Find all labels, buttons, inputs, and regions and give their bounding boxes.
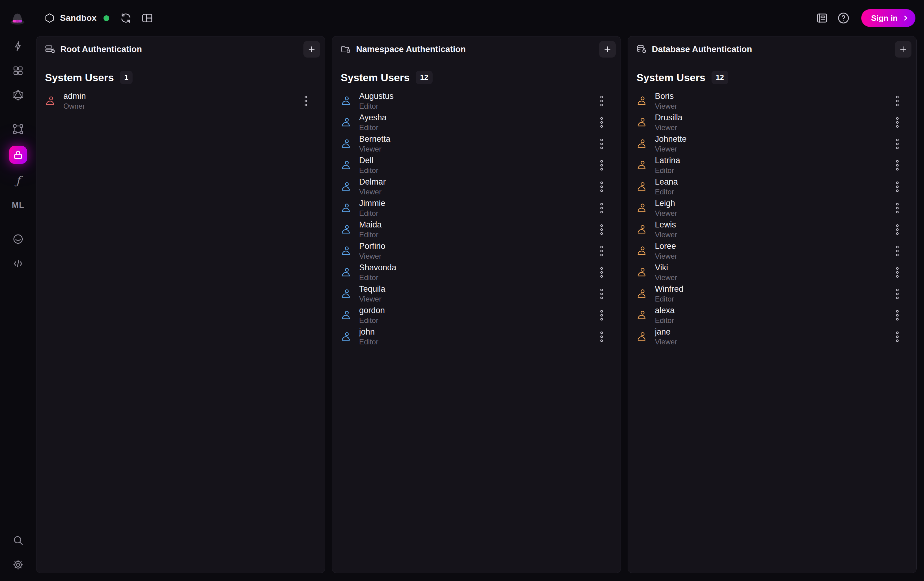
settings-button[interactable]: [10, 557, 26, 573]
sidebar-divider: [11, 222, 25, 222]
user-row[interactable]: Leana Editor: [635, 176, 908, 198]
row-menu-button[interactable]: [891, 135, 904, 152]
row-menu-button[interactable]: [891, 178, 904, 195]
user-row[interactable]: Jimmie Editor: [340, 198, 613, 219]
user-row[interactable]: Leigh Viewer: [635, 198, 908, 219]
user-icon: [635, 138, 648, 150]
user-row[interactable]: admin Owner: [44, 90, 317, 112]
authentication-view: Root Authentication System Users 1: [36, 36, 917, 573]
sidebar-item-api-docs[interactable]: [10, 256, 26, 271]
user-role: Viewer: [359, 145, 390, 154]
user-name: Drusilla: [655, 113, 682, 122]
row-menu-button[interactable]: [595, 307, 608, 324]
row-menu-button[interactable]: [595, 221, 608, 238]
user-row[interactable]: Shavonda Editor: [340, 262, 613, 283]
row-menu-button[interactable]: [595, 135, 608, 152]
connection-name: Sandbox: [60, 13, 97, 23]
section-heading: System Users 12: [341, 71, 613, 84]
user-row[interactable]: jane Viewer: [635, 326, 908, 347]
user-row[interactable]: john Editor: [340, 326, 613, 347]
user-row[interactable]: Porfirio Viewer: [340, 240, 613, 262]
user-row[interactable]: Tequila Viewer: [340, 283, 613, 305]
sidebar-item-designer[interactable]: [10, 122, 26, 137]
add-root-user-button[interactable]: [304, 41, 320, 58]
user-text: Augustus Editor: [359, 92, 394, 111]
user-role: Viewer: [655, 209, 677, 218]
user-name: alexa: [655, 306, 675, 315]
user-row[interactable]: alexa Editor: [635, 305, 908, 326]
search-button[interactable]: [10, 533, 26, 548]
row-menu-button[interactable]: [891, 264, 904, 281]
row-menu-button[interactable]: [891, 92, 904, 110]
help-button[interactable]: [835, 10, 851, 26]
panel-header: Database Authentication: [628, 36, 916, 62]
row-menu-button[interactable]: [595, 200, 608, 217]
user-role: Editor: [359, 102, 394, 111]
user-list: Augustus Editor: [340, 90, 613, 347]
sidebar-item-query[interactable]: [10, 39, 26, 54]
row-menu-button[interactable]: [891, 307, 904, 324]
user-row[interactable]: Augustus Editor: [340, 90, 613, 112]
user-row[interactable]: Johnette Viewer: [635, 133, 908, 155]
row-menu-button[interactable]: [891, 221, 904, 238]
sidebar-item-functions[interactable]: ƒ: [10, 173, 26, 188]
layout-toggle-button[interactable]: [139, 10, 155, 26]
user-row[interactable]: Viki Viewer: [635, 262, 908, 283]
row-menu-button[interactable]: [891, 200, 904, 217]
row-menu-button[interactable]: [891, 114, 904, 131]
user-row[interactable]: Maida Editor: [340, 219, 613, 240]
user-name: Ayesha: [359, 113, 387, 122]
user-row[interactable]: Drusilla Viewer: [635, 112, 908, 133]
refresh-button[interactable]: [118, 10, 134, 26]
user-icon: [340, 181, 352, 193]
row-menu-button[interactable]: [299, 92, 313, 110]
user-row[interactable]: Winfred Editor: [635, 283, 908, 305]
row-menu-button[interactable]: [595, 328, 608, 345]
panel-body: System Users 12: [628, 62, 916, 353]
user-row[interactable]: Dell Editor: [340, 155, 613, 176]
server-lock-icon: [45, 44, 55, 55]
sidebar-item-graphql[interactable]: [10, 87, 26, 103]
sidebar-item-explorer[interactable]: [10, 63, 26, 78]
sign-in-button[interactable]: Sign in: [861, 9, 916, 27]
row-menu-button[interactable]: [595, 243, 608, 259]
row-menu-button[interactable]: [891, 285, 904, 302]
user-text: Drusilla Viewer: [655, 113, 682, 132]
row-menu-button[interactable]: [891, 243, 904, 259]
row-menu-button[interactable]: [595, 264, 608, 281]
user-row[interactable]: Latrina Editor: [635, 155, 908, 176]
connection-selector[interactable]: Sandbox: [44, 13, 109, 23]
user-row[interactable]: Bernetta Viewer: [340, 133, 613, 155]
help-icon: [837, 11, 851, 25]
user-name: Winfred: [655, 284, 683, 294]
row-menu-button[interactable]: [891, 328, 904, 345]
row-menu-button[interactable]: [595, 285, 608, 302]
user-row[interactable]: Lewis Viewer: [635, 219, 908, 240]
user-role: Editor: [359, 338, 378, 347]
sidebar-item-models[interactable]: ML: [10, 198, 26, 213]
news-button[interactable]: [814, 10, 830, 26]
user-row[interactable]: gordon Editor: [340, 305, 613, 326]
surrealist-logo[interactable]: [8, 9, 26, 27]
user-row[interactable]: Ayesha Editor: [340, 112, 613, 133]
add-namespace-user-button[interactable]: [599, 41, 616, 58]
user-icon: [635, 245, 648, 257]
user-row[interactable]: Loree Viewer: [635, 240, 908, 262]
row-menu-button[interactable]: [595, 178, 608, 195]
row-menu-button[interactable]: [891, 157, 904, 174]
sidebar-item-authentication[interactable]: [9, 146, 27, 164]
row-menu-button[interactable]: [595, 114, 608, 131]
functions-icon: ƒ: [16, 175, 20, 186]
user-row[interactable]: Delmar Viewer: [340, 176, 613, 198]
user-icon: [635, 288, 648, 300]
sidebar-item-sidekick[interactable]: [10, 231, 26, 247]
user-text: alexa Editor: [655, 306, 675, 325]
add-database-user-button[interactable]: [895, 41, 911, 58]
user-icon: [635, 117, 648, 128]
user-role: Viewer: [655, 123, 682, 132]
user-name: Porfirio: [359, 241, 386, 251]
row-menu-button[interactable]: [595, 157, 608, 174]
graphql-icon: [12, 89, 24, 101]
row-menu-button[interactable]: [595, 92, 608, 110]
user-row[interactable]: Boris Viewer: [635, 90, 908, 112]
